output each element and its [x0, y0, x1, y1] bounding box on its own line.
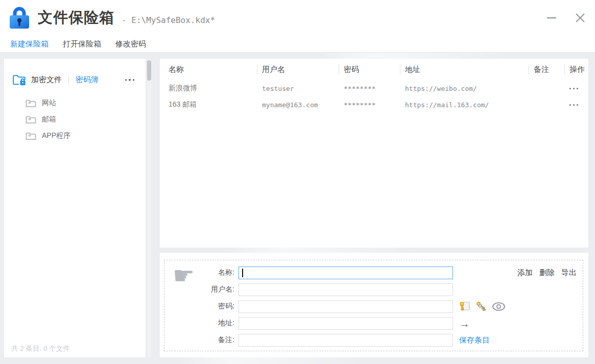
column-header-username: 用户名 [257, 59, 339, 80]
address-label: 地址: [164, 319, 234, 328]
cell-username: testuser [257, 85, 339, 92]
tree-item-app[interactable]: APP程序 [4, 128, 146, 144]
tree-item-label: 邮箱 [42, 115, 56, 124]
address-tools: → [459, 318, 579, 329]
tree-item-email[interactable]: 邮箱 [4, 111, 146, 128]
username-input[interactable] [239, 283, 453, 296]
entry-count-status: 共 2 条目. 0 个文件 [11, 344, 70, 353]
minimize-button[interactable] [543, 9, 560, 27]
column-header-note: 备注 [529, 59, 564, 80]
password-input[interactable] [239, 300, 453, 313]
sidebar-scrollbar-thumb[interactable] [147, 60, 151, 81]
menu-item-open-safebox[interactable]: 打开保险箱 [63, 39, 101, 49]
entry-form-dashed-box: ☛ 名称: 添加 删除 导出 用户名: [164, 260, 583, 351]
username-label: 用户名: [164, 285, 234, 294]
entry-form-fields: 名称: 添加 删除 导出 用户名: 密码: [164, 266, 579, 350]
entry-action-buttons: 添加 删除 导出 [459, 268, 577, 278]
name-label: 名称: [164, 268, 234, 277]
menu-item-new-safebox[interactable]: 新建保险箱 [10, 39, 49, 49]
file-path: - E:\MySafeBox.kdx* [122, 15, 215, 25]
sidebar-header: 加密文件 密码簿 [4, 59, 146, 86]
address-input-wrap [239, 317, 453, 330]
tab-password-book[interactable]: 密码簿 [76, 75, 99, 85]
close-button[interactable] [572, 9, 589, 27]
generate-password-icon[interactable] [459, 301, 470, 312]
save-area: 保存条目 [459, 335, 579, 345]
password-input-wrap [239, 300, 453, 313]
folder-lock-icon [12, 74, 26, 86]
sidebar: 加密文件 密码簿 网站 邮箱 APP程序 共 2 条目. 0 个文件 [4, 59, 146, 357]
column-header-password: 密码 [339, 59, 400, 80]
cell-name: 163 邮箱 [160, 100, 257, 109]
text-caret [242, 269, 243, 277]
username-input-wrap [239, 283, 453, 296]
form-row-username: 用户名: [164, 283, 579, 296]
tree-item-label: APP程序 [42, 131, 70, 140]
tab-divider [68, 76, 69, 85]
menubar: 新建保险箱 打开保险箱 修改密码 [0, 36, 595, 53]
delete-button[interactable]: 删除 [539, 268, 555, 278]
form-row-name: 名称: 添加 删除 导出 [164, 266, 579, 279]
show-password-eye-icon[interactable] [492, 302, 506, 311]
tab-encrypted-files[interactable]: 加密文件 [31, 75, 62, 85]
password-label: 密码: [164, 302, 234, 311]
entries-table: 名称 用户名 密码 地址 备注 操作 新浪微博 testuser *******… [160, 59, 588, 248]
folder-icon [26, 115, 36, 124]
column-header-name: 名称 [160, 59, 257, 80]
menu-item-change-password[interactable]: 修改密码 [115, 39, 146, 49]
password-tools [459, 301, 579, 312]
tree-item-website[interactable]: 网站 [4, 95, 146, 111]
note-input[interactable] [239, 334, 453, 347]
row-actions-icon[interactable] [564, 104, 588, 106]
form-row-password: 密码: [164, 300, 579, 313]
cell-password: ******** [339, 85, 400, 92]
cell-username: myname@163.com [257, 101, 339, 109]
folder-icon [26, 132, 36, 140]
table-row[interactable]: 新浪微博 testuser ******** https://weibo.com… [160, 80, 588, 96]
key-pair-icon[interactable] [475, 301, 487, 312]
tree-item-label: 网站 [42, 99, 56, 108]
table-header: 名称 用户名 密码 地址 备注 操作 [160, 59, 588, 80]
name-input[interactable] [239, 266, 453, 279]
name-input-wrap [239, 266, 453, 279]
window-controls [543, 9, 589, 27]
app-lock-icon [7, 6, 32, 30]
open-url-arrow-icon[interactable]: → [459, 318, 470, 329]
row-actions-icon[interactable] [564, 88, 588, 89]
export-button[interactable]: 导出 [561, 268, 577, 278]
note-label: 备注: [164, 335, 234, 345]
form-row-address: 地址: → [164, 317, 579, 330]
minimize-icon [545, 12, 558, 24]
address-input[interactable] [239, 317, 453, 330]
column-header-address: 地址 [400, 59, 529, 80]
save-entry-button[interactable]: 保存条目 [459, 335, 490, 345]
add-button[interactable]: 添加 [517, 268, 533, 278]
cell-address: https://weibo.com/ [400, 85, 529, 92]
column-header-actions: 操作 [564, 59, 588, 80]
cell-address: https://mail.163.com/ [400, 101, 529, 109]
close-icon [574, 12, 586, 24]
entry-form-panel: ☛ 名称: 添加 删除 导出 用户名: [160, 253, 588, 357]
table-row[interactable]: 163 邮箱 myname@163.com ******** https://m… [160, 96, 588, 113]
app-title: 文件保险箱 [38, 8, 114, 28]
cell-name: 新浪微博 [160, 84, 257, 93]
titlebar: 文件保险箱 - E:\MySafeBox.kdx* [0, 0, 595, 36]
category-tree: 网站 邮箱 APP程序 [4, 95, 146, 144]
folder-icon [26, 99, 36, 108]
form-row-note: 备注: 保存条目 [164, 333, 579, 347]
cell-password: ******** [339, 101, 400, 109]
sidebar-scrollbar-track [147, 59, 151, 357]
note-input-wrap [239, 334, 453, 347]
sidebar-more-icon[interactable] [125, 79, 135, 81]
